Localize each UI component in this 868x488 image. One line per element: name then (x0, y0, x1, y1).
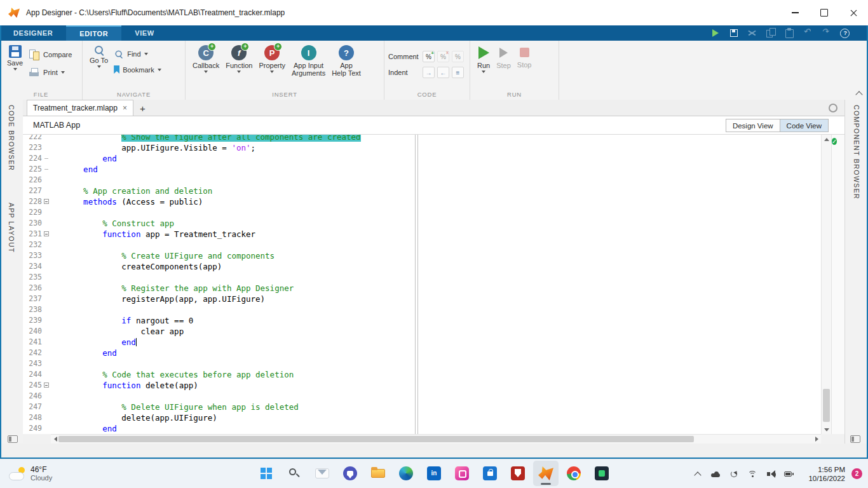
indent-left-button[interactable] (437, 67, 449, 78)
code-line[interactable]: 247 % Delete UIFigure when app is delete… (23, 402, 821, 412)
code-line[interactable]: 240 clear app (23, 326, 821, 337)
code-line[interactable]: 244 % Code that executes before app dele… (23, 369, 821, 380)
tray-sync-icon[interactable] (729, 469, 739, 479)
weather-widget[interactable]: 46°F Cloudy (0, 459, 61, 488)
line-number[interactable]: 233 (23, 250, 42, 261)
line-number[interactable]: 246 (23, 391, 42, 402)
line-number[interactable]: 231 (23, 229, 42, 240)
code-line[interactable]: 237 registerApp(app, app.UIFigure) (23, 294, 821, 304)
goto-button[interactable]: Go To (86, 43, 111, 68)
save-button[interactable]: Save (4, 43, 26, 71)
code-line[interactable]: 231 function app = Treatment_tracker (23, 229, 821, 240)
find-button[interactable]: Find (111, 48, 164, 60)
smart-indent-button[interactable] (452, 67, 464, 78)
tab-view[interactable]: VIEW (121, 25, 168, 41)
app-help-text-button[interactable]: App Help Text (329, 43, 364, 77)
close-button[interactable] (839, 0, 868, 25)
fold-marker-icon[interactable] (42, 229, 52, 240)
taskbar-pink-app-icon[interactable] (449, 461, 475, 486)
line-number[interactable]: 243 (23, 358, 42, 369)
code-line[interactable]: 239 if nargout == 0 (23, 315, 821, 326)
horizontal-scrollbar-thumb[interactable] (58, 436, 694, 442)
taskbar-dark-app-icon[interactable] (589, 461, 614, 486)
notification-badge[interactable]: 2 (851, 468, 862, 479)
code-line[interactable]: 230 % Construct app (23, 218, 821, 229)
close-tab-icon[interactable] (123, 104, 127, 112)
wrap-comments-button[interactable] (452, 51, 464, 62)
line-number[interactable]: 222 (23, 135, 42, 142)
indent-right-button[interactable] (423, 67, 435, 78)
code-line[interactable]: 243 (23, 358, 821, 369)
stop-button[interactable]: Stop (514, 43, 535, 69)
line-number[interactable]: 226 (23, 175, 42, 186)
print-button[interactable]: Print (26, 66, 74, 79)
line-number[interactable]: 244 (23, 369, 42, 380)
app-layout-tab[interactable]: APP LAYOUT (8, 203, 15, 253)
taskbar-search-icon[interactable] (281, 461, 307, 486)
taskbar-start-icon[interactable] (254, 461, 279, 486)
tray-volume-icon[interactable] (766, 469, 776, 479)
code-line[interactable]: 245 function delete(app) (23, 380, 821, 391)
comment-add-button[interactable] (423, 51, 435, 62)
code-line[interactable]: 227 % App creation and deletion (23, 186, 821, 196)
taskbar-chrome-icon[interactable] (561, 461, 587, 486)
taskbar-clock[interactable]: 1:56 PM 10/16/2022 (808, 459, 845, 488)
code-view-button[interactable]: Code View (780, 119, 829, 132)
editor-pane-divider[interactable] (415, 135, 418, 434)
quick-access-save-icon[interactable] (728, 27, 740, 39)
quick-access-paste-icon[interactable] (783, 27, 795, 39)
line-number[interactable]: 224 (23, 153, 42, 164)
line-number[interactable]: 232 (23, 240, 42, 250)
vertical-scrollbar-thumb[interactable] (823, 389, 830, 422)
code-line[interactable]: 234 createComponents(app) (23, 261, 821, 272)
taskbar-linkedin-icon[interactable] (421, 461, 447, 486)
uncomment-button[interactable] (437, 51, 449, 62)
taskbar-edge-icon[interactable] (393, 461, 419, 486)
new-tab-button[interactable] (140, 104, 146, 113)
code-line[interactable]: 249 end (23, 423, 821, 434)
line-number[interactable]: 225 (23, 164, 42, 175)
tray-chevron-up-icon[interactable] (692, 469, 702, 479)
code-line[interactable]: 233 % Create UIFigure and components (23, 250, 821, 261)
line-number[interactable]: 238 (23, 304, 42, 315)
line-number[interactable]: 242 (23, 348, 42, 358)
collapse-toolstrip-icon[interactable] (855, 91, 862, 98)
code-line[interactable]: 226 (23, 175, 821, 186)
line-number[interactable]: 223 (23, 142, 42, 153)
taskbar-mail-icon[interactable] (309, 461, 335, 486)
dock-panel-right-icon[interactable] (850, 435, 860, 443)
step-button[interactable]: Step (493, 43, 514, 69)
code-line[interactable]: 242 end (23, 348, 821, 358)
vertical-scrollbar[interactable] (821, 135, 831, 434)
line-number[interactable]: 249 (23, 423, 42, 434)
code-line[interactable]: 229 (23, 207, 821, 218)
line-number[interactable]: 235 (23, 272, 42, 283)
quick-access-undo-icon[interactable] (802, 27, 813, 39)
code-line[interactable]: 225 end (23, 164, 821, 175)
code-editor[interactable]: 222 % Show the figure after all componen… (23, 135, 845, 434)
tab-editor[interactable]: EDITOR (66, 25, 121, 41)
code-line[interactable]: 235 (23, 272, 821, 283)
fold-marker-icon[interactable] (42, 196, 52, 207)
component-browser-tab[interactable]: COMPONENT BROWSER (853, 105, 860, 200)
line-number[interactable]: 240 (23, 326, 42, 337)
line-number[interactable]: 230 (23, 218, 42, 229)
taskbar-shield-app-icon[interactable] (505, 461, 531, 486)
line-number[interactable]: 247 (23, 402, 42, 412)
line-number[interactable]: 236 (23, 283, 42, 294)
run-button[interactable]: Run (474, 43, 493, 73)
scroll-up-arrow[interactable] (822, 135, 831, 144)
code-line[interactable]: 236 % Register the app with App Designer (23, 283, 821, 294)
scroll-right-arrow[interactable] (812, 435, 821, 444)
quick-access-copy-icon[interactable] (765, 27, 776, 39)
line-number[interactable]: 245 (23, 380, 42, 391)
horizontal-scrollbar[interactable] (51, 434, 821, 444)
maximize-button[interactable] (810, 0, 839, 25)
quick-access-help-icon[interactable] (839, 27, 850, 39)
line-number[interactable]: 239 (23, 315, 42, 326)
line-number[interactable]: 228 (23, 196, 42, 207)
code-line[interactable]: 223 app.UIFigure.Visible = 'on'; (23, 142, 821, 153)
code-browser-tab[interactable]: CODE BROWSER (8, 105, 15, 171)
taskbar-store-icon[interactable] (477, 461, 503, 486)
line-number[interactable]: 248 (23, 412, 42, 423)
